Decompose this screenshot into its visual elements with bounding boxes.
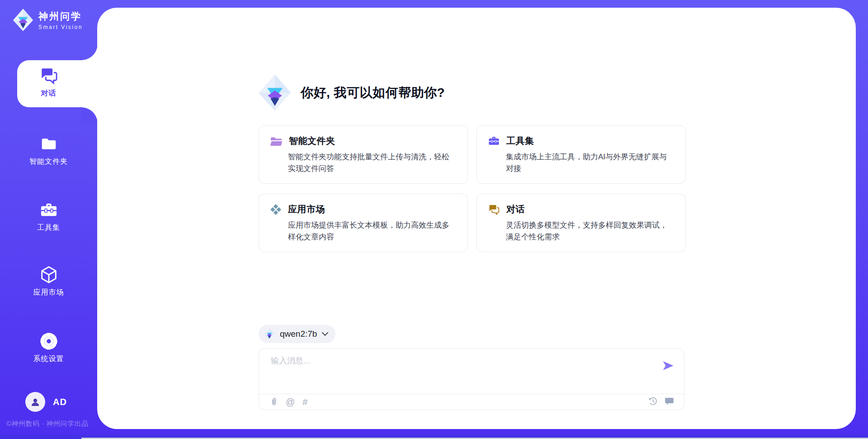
- greeting-text: 你好, 我可以如何帮助你?: [301, 84, 445, 101]
- sidebar-item-chat[interactable]: 对话: [0, 66, 97, 98]
- card-title: 应用市场: [288, 203, 325, 215]
- copyright-footer: ©神州数码 · 神州问学出品: [6, 420, 88, 428]
- sidebar-item-app-market[interactable]: 应用市场: [0, 265, 97, 297]
- model-name: qwen2:7b: [280, 329, 317, 339]
- card-description: 集成市场上主流工具，助力AI与外界无缝扩展与对接: [506, 151, 675, 174]
- message-composer: @ #: [259, 348, 684, 410]
- card-app-market[interactable]: 应用市场 应用市场提供丰富长文本模板，助力高效生成多样化文章内容: [259, 194, 468, 252]
- card-title: 智能文件夹: [289, 135, 335, 147]
- topic-button[interactable]: #: [302, 397, 307, 407]
- gear-icon: [39, 332, 58, 351]
- brand-name: 神州问学: [38, 10, 83, 23]
- user-initials: AD: [53, 397, 67, 407]
- message-input[interactable]: [270, 356, 656, 366]
- sidebar-item-toolset[interactable]: 工具集: [0, 200, 97, 233]
- package-icon: [270, 204, 282, 215]
- model-selector[interactable]: qwen2:7b: [259, 325, 335, 343]
- folder-icon: [40, 134, 58, 153]
- person-icon: [30, 396, 41, 407]
- hash-icon: #: [302, 397, 307, 407]
- folder-open-icon: [270, 136, 283, 147]
- diamond-logo-icon: [258, 74, 292, 111]
- card-chat[interactable]: 对话 灵活切换多模型文件，支持多样回复效果调试，满足个性化需求: [476, 194, 686, 252]
- cube-icon: [39, 265, 58, 284]
- comment-icon: [665, 397, 674, 406]
- paperclip-icon: [270, 396, 278, 407]
- sidebar-item-label: 对话: [41, 89, 57, 98]
- brand-subtitle: Smart Vision: [38, 24, 83, 30]
- diamond-logo-icon: [13, 8, 33, 32]
- toolbox-icon: [39, 200, 58, 220]
- mention-button[interactable]: @: [286, 397, 295, 407]
- chevron-down-icon: [322, 332, 328, 336]
- user-profile[interactable]: AD: [25, 392, 67, 412]
- at-icon: @: [286, 397, 295, 407]
- avatar: [25, 392, 45, 412]
- sidebar-item-smart-folder[interactable]: 智能文件夹: [0, 134, 97, 167]
- history-button[interactable]: [648, 396, 658, 406]
- sidebar-item-label: 系统设置: [33, 354, 64, 364]
- card-description: 灵活切换多模型文件，支持多样回复效果调试，满足个性化需求: [506, 220, 675, 243]
- card-description: 应用市场提供丰富长文本模板，助力高效生成多样化文章内容: [288, 220, 457, 243]
- composer-divider: [259, 394, 684, 394]
- diamond-logo-icon: [264, 328, 275, 340]
- card-smart-folder[interactable]: 智能文件夹 智能文件夹功能支持批量文件上传与清洗，轻松实现文件问答: [259, 125, 468, 184]
- greeting-block: 你好, 我可以如何帮助你?: [258, 74, 445, 111]
- main-content-panel: 你好, 我可以如何帮助你? 智能文件夹 智能文件夹功能支持批量文件上传与清洗，轻…: [97, 8, 856, 429]
- sidebar-item-label: 应用市场: [33, 288, 64, 297]
- chat-icon: [39, 66, 58, 85]
- card-title: 对话: [506, 203, 525, 215]
- composer-actions: [648, 396, 674, 406]
- toolbox-icon: [488, 135, 500, 147]
- card-description: 智能文件夹功能支持批量文件上传与清洗，轻松实现文件问答: [288, 151, 457, 174]
- send-button[interactable]: [662, 360, 674, 371]
- conversation-button[interactable]: [665, 397, 674, 406]
- sidebar-item-settings[interactable]: 系统设置: [0, 332, 97, 364]
- sidebar-item-label: 工具集: [37, 223, 60, 233]
- app-window: 神州问学 Smart Vision 对话 智能文件夹: [0, 0, 868, 439]
- card-title: 工具集: [506, 135, 534, 147]
- send-icon: [662, 360, 674, 371]
- chat-icon: [488, 204, 500, 215]
- feature-cards: 智能文件夹 智能文件夹功能支持批量文件上传与清洗，轻松实现文件问答 工具集 集成…: [259, 125, 686, 252]
- sidebar-item-label: 智能文件夹: [29, 157, 68, 167]
- composer-tools: @ #: [270, 396, 307, 407]
- attach-file-button[interactable]: [270, 396, 278, 407]
- brand-logo: 神州问学 Smart Vision: [13, 8, 83, 32]
- history-icon: [648, 396, 658, 406]
- card-toolset[interactable]: 工具集 集成市场上主流工具，助力AI与外界无缝扩展与对接: [476, 125, 686, 184]
